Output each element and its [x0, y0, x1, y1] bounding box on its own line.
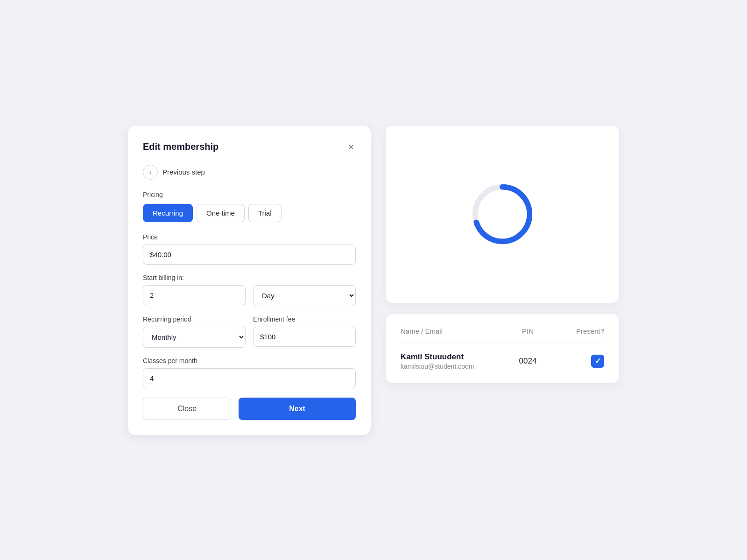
next-button[interactable]: Next — [239, 398, 356, 420]
tab-recurring[interactable]: Recurring — [143, 204, 193, 222]
enrollment-fee-wrapper: Enrollment fee — [253, 315, 356, 348]
pricing-section: Pricing Recurring One time Trial — [143, 191, 356, 222]
attendance-header: Name / Email PIN Present? — [401, 327, 604, 343]
checkmark-icon: ✓ — [595, 357, 601, 365]
attendance-card: Name / Email PIN Present? Kamil Stuuuden… — [386, 314, 619, 383]
billing-number-wrapper — [143, 285, 246, 306]
tab-one-time[interactable]: One time — [197, 204, 245, 222]
student-name: Kamil Stuuudent — [401, 352, 502, 362]
enrollment-fee-label: Enrollment fee — [253, 315, 356, 323]
present-checkbox[interactable]: ✓ — [591, 355, 604, 368]
billing-row: Day Week Month — [143, 285, 356, 306]
billing-label: Start billing in: — [143, 274, 356, 281]
modal-footer: Close Next — [143, 398, 356, 420]
price-field-group: Price — [143, 233, 356, 265]
student-info: Kamil Stuuudent kamilstuu@student.coom — [401, 352, 502, 370]
recurring-enrollment-row: Recurring period Monthly Weekly Annually… — [143, 315, 356, 348]
tab-trial[interactable]: Trial — [248, 204, 282, 222]
classes-field-group: Classes per month — [143, 357, 356, 388]
student-present: ✓ — [553, 355, 604, 368]
billing-number-input[interactable] — [143, 285, 246, 305]
close-button[interactable]: Close — [143, 398, 231, 420]
column-present: Present? — [553, 327, 604, 335]
student-email: kamilstuu@student.coom — [401, 363, 502, 370]
column-pin: PIN — [502, 327, 553, 335]
price-input[interactable] — [143, 245, 356, 265]
previous-step-label: Previous step — [162, 168, 205, 176]
classes-input[interactable] — [143, 368, 356, 388]
previous-step-row: ‹ Previous step — [143, 165, 356, 180]
loader-card — [386, 126, 619, 303]
table-row: Kamil Stuuudent kamilstuu@student.coom 0… — [401, 352, 604, 370]
recurring-period-wrapper: Recurring period Monthly Weekly Annually — [143, 315, 246, 348]
modal-header: Edit membership × — [143, 140, 356, 154]
modal-title: Edit membership — [143, 141, 218, 152]
pricing-label: Pricing — [143, 191, 356, 198]
back-button[interactable]: ‹ — [143, 165, 158, 180]
enrollment-fee-input[interactable] — [253, 327, 356, 347]
spinner-svg — [470, 182, 535, 247]
edit-membership-modal: Edit membership × ‹ Previous step Pricin… — [128, 126, 371, 435]
classes-label: Classes per month — [143, 357, 356, 364]
modal-close-button[interactable]: × — [346, 140, 356, 154]
billing-unit-wrapper: Day Week Month — [253, 285, 356, 306]
right-panel: Name / Email PIN Present? Kamil Stuuuden… — [386, 126, 619, 383]
price-label: Price — [143, 233, 356, 241]
column-name-email: Name / Email — [401, 327, 502, 335]
billing-unit-select[interactable]: Day Week Month — [253, 285, 356, 306]
spinner-container — [470, 182, 535, 247]
billing-field-group: Start billing in: Day Week Month — [143, 274, 356, 306]
recurring-period-label: Recurring period — [143, 315, 246, 323]
pricing-tabs: Recurring One time Trial — [143, 204, 356, 222]
recurring-period-select[interactable]: Monthly Weekly Annually — [143, 327, 246, 348]
student-pin: 0024 — [502, 357, 553, 366]
